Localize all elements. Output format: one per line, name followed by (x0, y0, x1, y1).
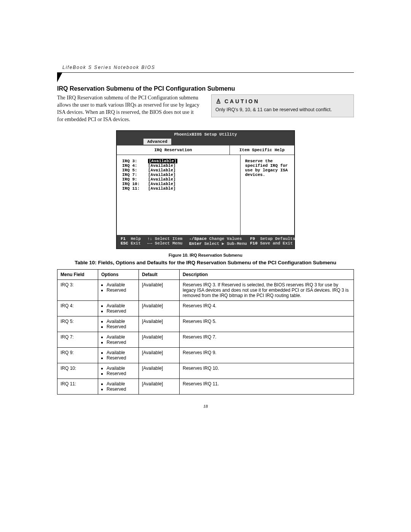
key-minus-space: -/Space (189, 236, 207, 241)
bios-irq-label: IRQ 11: (122, 186, 143, 191)
bios-irq-label: IRQ 5: (122, 168, 143, 173)
key-updown: ↑↓ (147, 236, 152, 241)
option-item: Reserved (107, 371, 135, 376)
cell-options: AvailableReserved (98, 332, 139, 347)
bios-footer: F1 Help ↑↓ Select Item -/Space Change Va… (117, 235, 294, 248)
bios-irq-row[interactable]: IRQ 5:[Available] (122, 168, 235, 173)
cell-options: AvailableReserved (98, 280, 139, 300)
cell-options: AvailableReserved (98, 347, 139, 363)
figure-caption: Figure 10. IRQ Reservation Submenu (57, 253, 354, 257)
option-item: Available (107, 381, 135, 387)
bios-title: PhoenixBIOS Setup Utility (117, 131, 294, 138)
table-row: IRQ 4:AvailableReserved[Available]Reserv… (57, 300, 354, 316)
irq-table: Menu Field Options Default Description I… (57, 269, 354, 395)
bios-irq-label: IRQ 4: (122, 163, 143, 168)
bios-irq-value[interactable]: [Available] (148, 168, 176, 173)
key-f1: F1 (121, 236, 126, 241)
bios-irq-label: IRQ 9: (122, 177, 143, 182)
cell-description: Reserves IRQ 11. (180, 379, 354, 394)
cell-default: [Available] (139, 363, 180, 379)
cell-default: [Available] (139, 379, 180, 394)
option-item: Available (107, 282, 135, 288)
action-select-item: Select Item (155, 236, 183, 241)
action-select-menu: Select Menu (155, 241, 183, 246)
cell-description: Reserves IRQ 7. (180, 332, 354, 347)
option-item: Reserved (107, 324, 135, 329)
option-item: Available (107, 303, 135, 308)
bios-irq-row[interactable]: IRQ 10:[Available] (122, 182, 235, 186)
cell-description: Reserves IRQ 10. (180, 363, 354, 379)
caution-box: CAUTION Only IRQ's 9, 10, & 11 can be re… (211, 94, 354, 117)
option-item: Reserved (107, 288, 135, 293)
header-rule (57, 72, 354, 82)
svg-rect-0 (218, 101, 218, 102)
cell-options: AvailableReserved (98, 300, 139, 316)
running-head: LifeBook S Series Notebook BIOS (57, 65, 354, 70)
table-row: IRQ 5:AvailableReserved[Available]Reserv… (57, 316, 354, 332)
key-f9: F9 (250, 236, 255, 241)
bios-irq-label: IRQ 7: (122, 173, 143, 177)
cell-menu-field: IRQ 5: (57, 316, 98, 332)
table-row: IRQ 10:AvailableReserved[Available]Reser… (57, 363, 354, 379)
cell-options: AvailableReserved (98, 363, 139, 379)
col-menu-field: Menu Field (57, 269, 98, 280)
cell-menu-field: IRQ 10: (57, 363, 98, 379)
bios-irq-value[interactable]: [Available] (148, 159, 177, 163)
section-title: IRQ Reservation Submenu of the PCI Confi… (57, 85, 354, 92)
cell-menu-field: IRQ 7: (57, 332, 98, 347)
intro-paragraph: The IRQ Reservation submenu of the PCI C… (57, 94, 200, 123)
option-item: Available (107, 334, 135, 340)
cell-default: [Available] (139, 280, 180, 300)
cell-menu-field: IRQ 3: (57, 280, 98, 300)
bios-irq-row[interactable]: IRQ 3:[Available] (122, 159, 235, 163)
bios-panel: PhoenixBIOS Setup Utility Advanced IRQ R… (116, 130, 295, 249)
action-select-submenu: Select ▶ Sub-Menu (204, 241, 247, 246)
bios-irq-row[interactable]: IRQ 4:[Available] (122, 163, 235, 168)
bios-irq-list: IRQ 3:[Available]IRQ 4:[Available]IRQ 5:… (117, 155, 241, 235)
option-item: Reserved (107, 340, 135, 345)
col-options: Options (98, 269, 139, 280)
table-row: IRQ 3:AvailableReserved[Available]Reserv… (57, 280, 354, 300)
cell-options: AvailableReserved (98, 316, 139, 332)
bios-pane-title-left: IRQ Reservation (117, 145, 230, 155)
bios-tab-advanced[interactable]: Advanced (143, 139, 171, 145)
bios-irq-value[interactable]: [Available] (148, 182, 176, 186)
svg-rect-1 (218, 102, 218, 102)
bios-help-text: Reserve the specified IRQ for use by leg… (241, 155, 294, 235)
key-leftright: ←→ (147, 241, 152, 246)
col-default: Default (139, 269, 180, 280)
option-item: Reserved (107, 308, 135, 314)
page-number: 18 (57, 404, 354, 409)
option-item: Reserved (107, 355, 135, 361)
col-description: Description (180, 269, 354, 280)
bios-irq-value[interactable]: [Available] (148, 177, 176, 182)
bios-irq-value[interactable]: [Available] (148, 163, 176, 168)
table-row: IRQ 9:AvailableReserved[Available]Reserv… (57, 347, 354, 363)
table-row: IRQ 7:AvailableReserved[Available]Reserv… (57, 332, 354, 347)
bios-irq-value[interactable]: [Available] (148, 173, 176, 177)
option-item: Available (107, 366, 135, 371)
bios-irq-value[interactable]: [Available] (148, 186, 176, 191)
bios-irq-row[interactable]: IRQ 11:[Available] (122, 186, 235, 191)
cell-menu-field: IRQ 11: (57, 379, 98, 394)
action-help: Help (131, 236, 140, 241)
action-exit: Exit (131, 241, 140, 246)
action-change-values: Change Values (209, 236, 242, 241)
table-title: Table 10: Fields, Options and Defaults f… (57, 260, 354, 265)
cell-default: [Available] (139, 332, 180, 347)
cell-description: Reserves IRQ 4. (180, 300, 354, 316)
bios-irq-row[interactable]: IRQ 7:[Available] (122, 173, 235, 177)
bios-irq-row[interactable]: IRQ 9:[Available] (122, 177, 235, 182)
cell-options: AvailableReserved (98, 379, 139, 394)
cell-description: Reserves IRQ 3. If Reserved is selected,… (180, 280, 354, 300)
caution-text: Only IRQ's 9, 10, & 11 can be reserved w… (215, 107, 350, 113)
action-save-exit: Save and Exit (260, 241, 293, 246)
key-esc: ESC (121, 241, 128, 246)
option-item: Available (107, 319, 135, 324)
cell-menu-field: IRQ 9: (57, 347, 98, 363)
cell-menu-field: IRQ 4: (57, 300, 98, 316)
bios-irq-label: IRQ 10: (122, 182, 143, 186)
key-enter: Enter (189, 241, 202, 246)
option-item: Reserved (107, 387, 135, 392)
option-item: Available (107, 350, 135, 355)
